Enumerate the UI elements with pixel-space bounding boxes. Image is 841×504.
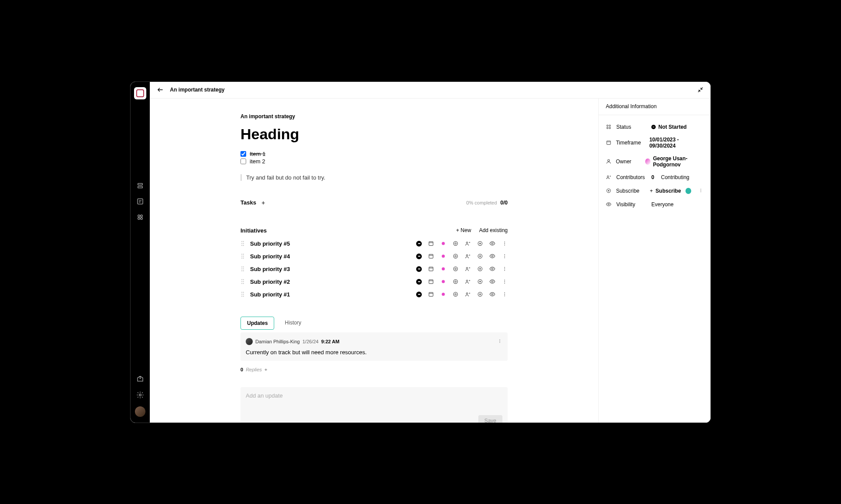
svg-point-76 <box>243 281 244 282</box>
initiative-row[interactable]: Sub priority #4 <box>240 250 508 263</box>
owner-icon[interactable] <box>440 291 446 297</box>
calendar-icon[interactable] <box>428 253 434 259</box>
svg-point-30 <box>504 242 505 243</box>
update-input[interactable] <box>246 392 502 415</box>
svg-point-82 <box>453 279 457 283</box>
more-icon[interactable] <box>502 291 508 297</box>
info-contributors: Contributors 0 Contributing <box>606 174 703 180</box>
collapse-button[interactable] <box>697 87 703 93</box>
visibility-icon[interactable] <box>489 291 495 297</box>
visibility-value[interactable]: Everyone <box>651 201 674 208</box>
owner-value[interactable]: George Usan-Podgornov <box>645 155 703 168</box>
visibility-icon[interactable] <box>489 240 495 247</box>
notifications-icon[interactable]: 1 <box>134 373 146 385</box>
nav-grid-icon[interactable] <box>134 211 146 223</box>
svg-point-15 <box>241 243 242 244</box>
add-task-button[interactable]: + <box>261 199 265 206</box>
update-menu-icon[interactable] <box>497 338 502 345</box>
app-logo[interactable] <box>134 87 146 99</box>
owner-icon[interactable] <box>440 240 446 247</box>
contributors-icon[interactable] <box>465 240 471 247</box>
owner-icon[interactable] <box>440 278 446 285</box>
calendar-field-icon <box>606 140 611 145</box>
sync-icon[interactable] <box>477 240 483 247</box>
target-icon[interactable] <box>452 253 459 259</box>
reply-count: 0 <box>240 367 243 372</box>
svg-point-123 <box>607 176 608 177</box>
drag-handle-icon[interactable] <box>240 253 245 259</box>
svg-point-104 <box>466 293 468 295</box>
visibility-icon[interactable] <box>489 266 495 272</box>
target-icon[interactable] <box>452 240 459 247</box>
svg-point-55 <box>241 268 242 269</box>
svg-point-7 <box>138 218 140 220</box>
update-time: 9:22 AM <box>321 339 339 344</box>
contributors-icon[interactable] <box>465 266 471 272</box>
user-avatar[interactable] <box>135 406 145 417</box>
contributors-value[interactable]: 0 Contributing <box>651 174 689 180</box>
checkbox-item-2[interactable] <box>240 159 246 164</box>
drag-handle-icon[interactable] <box>240 266 245 272</box>
tab-history[interactable]: History <box>279 317 307 330</box>
svg-point-35 <box>241 256 242 257</box>
svg-point-115 <box>499 342 500 343</box>
svg-point-117 <box>609 125 611 126</box>
update-composer: Save <box>240 387 508 423</box>
contributors-icon[interactable] <box>465 291 471 297</box>
status-icon[interactable] <box>416 279 422 285</box>
initiative-row[interactable]: Sub priority #3 <box>240 263 508 275</box>
visibility-icon[interactable] <box>489 278 495 285</box>
contributors-icon[interactable] <box>465 278 471 285</box>
sync-icon[interactable] <box>477 278 483 285</box>
add-reply-button[interactable]: + <box>265 367 267 372</box>
sync-icon[interactable] <box>477 253 483 259</box>
svg-point-52 <box>504 257 505 258</box>
info-owner: Owner George Usan-Podgornov <box>606 155 703 168</box>
status-value[interactable]: Not Started <box>651 124 687 130</box>
target-icon[interactable] <box>452 291 459 297</box>
target-icon[interactable] <box>452 266 459 272</box>
initiative-row[interactable]: Sub priority #2 <box>240 275 508 288</box>
nav-docs-icon[interactable] <box>134 195 146 208</box>
status-icon[interactable] <box>416 254 422 259</box>
drag-handle-icon[interactable] <box>240 240 245 247</box>
calendar-icon[interactable] <box>428 291 434 297</box>
save-button[interactable]: Save <box>478 415 502 423</box>
contributors-icon[interactable] <box>465 253 471 259</box>
initiative-row[interactable]: Sub priority #1 <box>240 288 508 301</box>
svg-rect-2 <box>138 199 143 204</box>
subscribe-button[interactable]: Subscribe <box>650 188 681 194</box>
drag-handle-icon[interactable] <box>240 291 245 297</box>
status-icon[interactable] <box>416 292 422 297</box>
more-icon[interactable] <box>502 240 508 247</box>
subscribe-more-icon[interactable] <box>698 187 703 195</box>
initiative-row[interactable]: Sub priority #5 <box>240 237 508 250</box>
status-icon[interactable] <box>416 266 422 272</box>
sync-icon[interactable] <box>477 266 483 272</box>
new-initiative-button[interactable]: New <box>456 227 471 233</box>
more-icon[interactable] <box>502 278 508 285</box>
owner-icon[interactable] <box>440 266 446 272</box>
calendar-icon[interactable] <box>428 278 434 285</box>
checkbox-item-1[interactable] <box>240 151 246 157</box>
timeframe-value[interactable]: 10/01/2023 - 09/30/2024 <box>649 137 703 149</box>
status-icon[interactable] <box>416 241 422 247</box>
more-icon[interactable] <box>502 266 508 272</box>
owner-icon[interactable] <box>440 253 446 259</box>
svg-point-97 <box>241 296 242 296</box>
calendar-icon[interactable] <box>428 266 434 272</box>
drag-handle-icon[interactable] <box>240 278 245 285</box>
calendar-icon[interactable] <box>428 240 434 247</box>
target-icon[interactable] <box>452 278 459 285</box>
add-existing-button[interactable]: Add existing <box>479 227 508 233</box>
timeframe-label: Timeframe <box>616 140 645 146</box>
back-button[interactable] <box>157 86 164 93</box>
more-icon[interactable] <box>502 253 508 259</box>
visibility-icon[interactable] <box>489 253 495 259</box>
svg-point-119 <box>609 127 611 129</box>
sync-icon[interactable] <box>477 291 483 297</box>
settings-icon[interactable] <box>134 389 146 401</box>
nav-layers-icon[interactable] <box>134 180 146 192</box>
tab-updates[interactable]: Updates <box>240 317 274 330</box>
svg-point-128 <box>700 189 701 190</box>
